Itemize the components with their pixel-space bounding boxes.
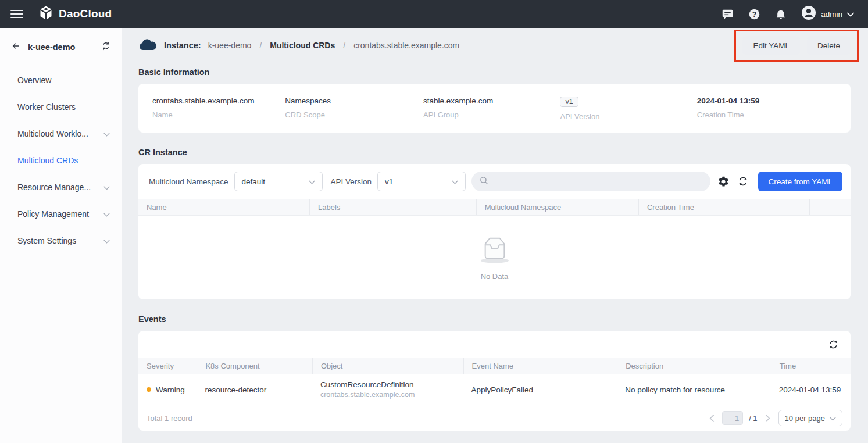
chevron-down-icon — [830, 414, 836, 423]
sidebar-item-multicloud-workloads[interactable]: Multicloud Worklo... — [0, 120, 122, 147]
pagination: 1 / 1 10 per page — [707, 410, 842, 426]
events-card: Severity K8s Component Object Event Name… — [138, 331, 851, 431]
warning-dot-icon — [147, 387, 151, 392]
object-kind: CustomResourceDefinition — [320, 380, 414, 389]
namespace-filter-label: Multicloud Namespace — [149, 177, 228, 186]
hamburger-menu-icon[interactable] — [10, 10, 23, 18]
events-refresh-icon[interactable] — [826, 337, 840, 351]
help-icon[interactable]: ? — [748, 8, 760, 20]
breadcrumb-crd-name: crontabs.stable.example.com — [353, 41, 459, 50]
empty-inbox-icon — [477, 235, 513, 266]
refresh-icon[interactable] — [736, 174, 750, 188]
main-content: Instance: k-uee-demo / Multicloud CRDs /… — [122, 28, 868, 443]
search-icon — [479, 176, 489, 188]
chevron-down-icon — [103, 209, 110, 219]
basic-information-card: crontabs.stable.example.com Name Namespa… — [138, 84, 851, 133]
sidebar-item-multicloud-crds[interactable]: Multicloud CRDs — [0, 147, 122, 174]
next-page-icon[interactable] — [763, 413, 773, 423]
prev-page-icon[interactable] — [707, 413, 716, 423]
events-col-object: Object — [312, 358, 463, 374]
sidebar-item-policy-management[interactable]: Policy Management — [0, 201, 122, 227]
info-field-crd-scope: Namespaces CRD Scope — [285, 97, 423, 121]
chevron-down-icon — [847, 9, 854, 19]
messages-icon[interactable] — [721, 8, 734, 20]
switch-instance-icon[interactable] — [101, 41, 111, 53]
sidebar: k-uee-demo Overview Worker Clusters Mult… — [0, 28, 122, 443]
svg-text:?: ? — [752, 10, 756, 18]
cr-col-actions — [809, 199, 851, 215]
create-from-yaml-button[interactable]: Create from YAML — [758, 172, 842, 191]
settings-gear-icon[interactable] — [716, 174, 730, 188]
sidebar-item-overview[interactable]: Overview — [0, 67, 122, 94]
delete-button[interactable]: Delete — [807, 36, 851, 55]
events-table-header: Severity K8s Component Object Event Name… — [138, 358, 851, 374]
info-field-creation-time: 2024-01-04 13:59 Creation Time — [697, 97, 837, 121]
api-version-select[interactable]: v1 — [377, 172, 466, 191]
info-field-api-version: v1 API Version — [560, 97, 696, 121]
events-col-event-name: Event Name — [463, 358, 617, 374]
events-table-row: Warning resource-detector CustomResource… — [138, 374, 851, 405]
breadcrumb: Instance: k-uee-demo / Multicloud CRDs /… — [138, 38, 459, 53]
object-name: crontabs.stable.example.com — [320, 391, 415, 399]
chevron-down-icon — [103, 129, 110, 138]
events-col-time: Time — [771, 358, 851, 374]
user-name: admin — [821, 10, 842, 19]
avatar — [801, 5, 816, 23]
api-version-badge: v1 — [560, 97, 578, 107]
notifications-bell-icon[interactable] — [774, 8, 787, 20]
sidebar-item-worker-clusters[interactable]: Worker Clusters — [0, 94, 122, 120]
breadcrumb-multicloud-crds[interactable]: Multicloud CRDs — [270, 41, 335, 50]
page-total: / 1 — [749, 414, 757, 423]
chevron-down-icon — [452, 177, 458, 186]
info-field-api-group: stable.example.com API Group — [423, 97, 560, 121]
per-page-select[interactable]: 10 per page — [778, 410, 842, 426]
breadcrumb-prefix: Instance: — [164, 41, 201, 50]
cr-col-creation-time: Creation Time — [638, 199, 809, 215]
brand-name: DaoCloud — [59, 8, 112, 20]
chevron-down-icon — [103, 183, 110, 192]
page-number-input[interactable]: 1 — [722, 411, 743, 425]
brand-logo[interactable]: DaoCloud — [38, 5, 112, 23]
events-col-description: Description — [617, 358, 771, 374]
events-title: Events — [138, 315, 851, 324]
chevron-down-icon — [309, 177, 315, 186]
chevron-down-icon — [103, 236, 110, 245]
user-menu[interactable]: admin — [801, 5, 854, 23]
cr-col-labels: Labels — [309, 199, 476, 215]
events-col-severity: Severity — [138, 358, 197, 374]
cloud-icon — [138, 38, 157, 53]
cr-instance-title: CR Instance — [138, 148, 851, 157]
edit-yaml-button[interactable]: Edit YAML — [742, 36, 800, 55]
api-version-filter-label: API Version — [331, 177, 372, 186]
sidebar-item-system-settings[interactable]: System Settings — [0, 227, 122, 254]
back-arrow-icon[interactable] — [10, 41, 21, 53]
total-records: Total 1 record — [147, 414, 192, 423]
highlight-annotation-box: Edit YAML Delete — [734, 30, 859, 62]
basic-information-title: Basic Information — [138, 67, 851, 77]
instance-name: k-uee-demo — [28, 42, 75, 52]
search-input[interactable] — [471, 172, 710, 191]
namespace-select[interactable]: default — [234, 172, 323, 191]
daocloud-logo-icon — [38, 5, 53, 23]
events-footer: Total 1 record 1 / 1 10 per page — [138, 405, 851, 431]
events-col-k8s-component: K8s Component — [197, 358, 312, 374]
sidebar-item-resource-management[interactable]: Resource Manage... — [0, 174, 122, 201]
cr-empty-state: No Data — [138, 216, 851, 299]
top-header: DaoCloud ? admin — [0, 0, 868, 28]
info-field-name: crontabs.stable.example.com Name — [152, 97, 285, 121]
cr-table-header: Name Labels Multicloud Namespace Creatio… — [138, 199, 851, 216]
empty-state-text: No Data — [481, 272, 509, 281]
cr-instance-card: Multicloud Namespace default API Version… — [138, 164, 851, 299]
cr-col-name: Name — [138, 199, 309, 215]
cr-col-namespace: Multicloud Namespace — [476, 199, 638, 215]
breadcrumb-instance[interactable]: k-uee-demo — [208, 41, 252, 50]
